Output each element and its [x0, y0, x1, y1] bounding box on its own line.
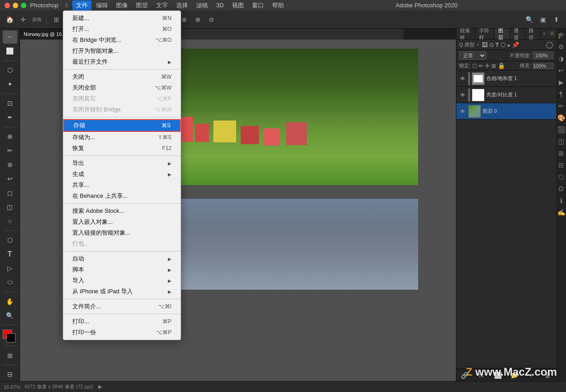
- adjustments-panel-icon[interactable]: ◑: [556, 54, 566, 63]
- stamp-tool[interactable]: ⊛: [3, 158, 17, 171]
- menu-import-ipad[interactable]: 从 iPhone 或 iPad 导入 ▶: [63, 286, 181, 297]
- layer-item-1[interactable]: 👁 色相/饱和度 1: [456, 70, 556, 87]
- menu-filter[interactable]: 滤镜: [192, 0, 212, 10]
- layer-item-2[interactable]: 👁 亮度/对比度 1: [456, 87, 556, 103]
- path-select-tool[interactable]: ▷: [3, 261, 17, 275]
- filter-icon-type[interactable]: T: [495, 41, 499, 48]
- zoom-tool[interactable]: 🔍: [3, 309, 17, 322]
- menu-select[interactable]: 选择: [172, 0, 192, 10]
- filter-icon-adj[interactable]: ⊙: [489, 41, 494, 48]
- gradients-panel-icon[interactable]: ◫: [556, 137, 566, 146]
- maximize-button[interactable]: [21, 3, 26, 8]
- swatches-panel-icon[interactable]: ⬛: [556, 125, 566, 134]
- menu-layer[interactable]: 图层: [132, 0, 152, 10]
- menu-image[interactable]: 图像: [112, 0, 131, 10]
- selection-tool[interactable]: ⬜: [3, 45, 17, 58]
- menu-print[interactable]: 打印... ⌘P: [63, 316, 181, 327]
- minimize-button[interactable]: [13, 3, 18, 8]
- shape-panel-icon[interactable]: ⬡: [556, 172, 566, 181]
- lock-image[interactable]: ✏: [479, 63, 483, 69]
- menu-search-stock[interactable]: 搜索 Adobe Stock...: [63, 206, 181, 216]
- menu-edit[interactable]: 编辑: [92, 0, 111, 10]
- layer-eye-2[interactable]: 👁: [459, 91, 466, 99]
- eraser-tool[interactable]: ◻: [3, 186, 17, 200]
- healing-tool[interactable]: ⊕: [3, 130, 17, 143]
- menu-revert[interactable]: 恢复 F12: [63, 143, 181, 154]
- move-tool-btn[interactable]: ✛: [17, 14, 29, 25]
- lock-transparency[interactable]: ⬡: [472, 63, 477, 69]
- menu-window[interactable]: 窗口: [248, 0, 268, 10]
- transform-panel-icon[interactable]: ⊞: [556, 149, 566, 158]
- lock-position[interactable]: ✛: [485, 63, 490, 69]
- color-swatches[interactable]: [3, 330, 17, 343]
- dodge-tool[interactable]: ○: [3, 215, 17, 228]
- workspace-btn[interactable]: 自动: [31, 14, 43, 25]
- lock-all[interactable]: 🔒: [498, 62, 505, 69]
- menu-generate[interactable]: 生成 ▶: [63, 169, 181, 180]
- background-color[interactable]: [6, 333, 15, 342]
- menu-open[interactable]: 打开... ⌘O: [63, 24, 181, 35]
- actions-panel-icon[interactable]: ▶: [556, 78, 566, 87]
- filter-toggle[interactable]: ◯: [546, 41, 553, 48]
- menu-import[interactable]: 导入 ▶: [63, 275, 181, 286]
- hand-tool[interactable]: ✋: [3, 295, 17, 308]
- tab-paths[interactable]: 路径: [525, 29, 541, 39]
- menu-new[interactable]: 新建... ⌘N: [63, 13, 181, 24]
- properties-panel-icon[interactable]: ⚙: [556, 42, 566, 51]
- share-cloud-btn[interactable]: ⬆: [551, 14, 562, 25]
- brush-tool[interactable]: ✏: [3, 144, 17, 157]
- menu-close[interactable]: 关闭 ⌘W: [63, 71, 181, 82]
- panels-btn[interactable]: ▣: [537, 14, 549, 25]
- blend-mode-select[interactable]: 正常: [459, 51, 486, 60]
- history-tool[interactable]: ↩: [3, 172, 17, 186]
- search-btn[interactable]: 🔍: [523, 14, 535, 25]
- close-button[interactable]: [5, 3, 10, 8]
- scroll-indicator[interactable]: ▶: [98, 384, 102, 390]
- menu-place-linked[interactable]: 置入链接的智能对象...: [63, 227, 181, 238]
- align-panel-icon[interactable]: ⊟: [556, 161, 566, 170]
- menu-share[interactable]: 共享...: [63, 180, 181, 191]
- menu-help[interactable]: 帮助: [268, 0, 288, 10]
- eyedropper-tool[interactable]: ✒: [3, 111, 17, 124]
- text-tool[interactable]: T: [3, 247, 17, 261]
- menu-automate[interactable]: 自动 ▶: [63, 253, 181, 264]
- crop-tool[interactable]: ⊡: [3, 97, 17, 110]
- menu-save[interactable]: 存储 ⌘S: [63, 119, 181, 132]
- menu-close-all[interactable]: 关闭全部 ⌥⌘W: [63, 82, 181, 93]
- menu-close-others[interactable]: 关闭其它 ⌥⌘P: [63, 93, 181, 104]
- menu-open-bridge[interactable]: 在 Bridge 中浏览... ⌥⌘O: [63, 35, 181, 45]
- magic-wand-tool[interactable]: ✦: [3, 78, 17, 91]
- paragraph-panel-icon[interactable]: ¶: [556, 90, 566, 99]
- lock-artboard[interactable]: ⊞: [491, 63, 496, 69]
- 3d-zoom-btn[interactable]: ⊗: [192, 14, 204, 25]
- menu-close-bridge[interactable]: 关闭并转到 Bridge ⌥⌘W: [63, 104, 181, 115]
- quick-mask-tool[interactable]: ⊞: [3, 349, 17, 362]
- layer-item-3[interactable]: 👁 图层 0: [456, 103, 556, 120]
- menu-file[interactable]: 文件: [72, 0, 91, 10]
- layer-eye-1[interactable]: 👁: [459, 75, 466, 82]
- opacity-input[interactable]: [533, 52, 553, 59]
- menu-recent[interactable]: 最近打开文件 ▶: [63, 56, 181, 67]
- menu-package[interactable]: 打包...: [63, 238, 181, 249]
- learn-panel-icon[interactable]: 🎓: [556, 30, 566, 40]
- lasso-tool[interactable]: ⬡: [3, 64, 17, 77]
- tab-char-style[interactable]: 字符样: [475, 29, 495, 39]
- brush-panel-icon[interactable]: ✏: [556, 101, 566, 111]
- menu-print-one[interactable]: 打印一份 ⌥⌘P: [63, 327, 181, 338]
- menu-apple[interactable]: : [62, 1, 71, 10]
- layer-eye-3[interactable]: 👁: [459, 108, 466, 115]
- arrange-btn[interactable]: ⊞: [51, 14, 62, 25]
- pen-tool[interactable]: ⬡: [3, 233, 17, 246]
- menu-share-behance[interactable]: 在 Behance 上共享...: [63, 191, 181, 201]
- filter-icon-img[interactable]: 🖼: [482, 41, 488, 48]
- menu-file-info[interactable]: 文件简介... ⌥⌘I: [63, 301, 181, 312]
- menu-scripts[interactable]: 脚本 ▶: [63, 264, 181, 275]
- menu-open-smart[interactable]: 打开为智能对象...: [63, 45, 181, 56]
- fill-input[interactable]: [533, 63, 553, 69]
- tab-paragraph-style[interactable]: 段落样: [456, 29, 475, 39]
- filter-icon-shape[interactable]: ⬡: [500, 41, 505, 48]
- tab-layers[interactable]: 图层: [495, 29, 510, 39]
- shape-tool[interactable]: ⬭: [3, 276, 17, 289]
- home-btn[interactable]: 🏠: [4, 14, 15, 25]
- pencil-panel-icon[interactable]: ✍: [556, 208, 566, 217]
